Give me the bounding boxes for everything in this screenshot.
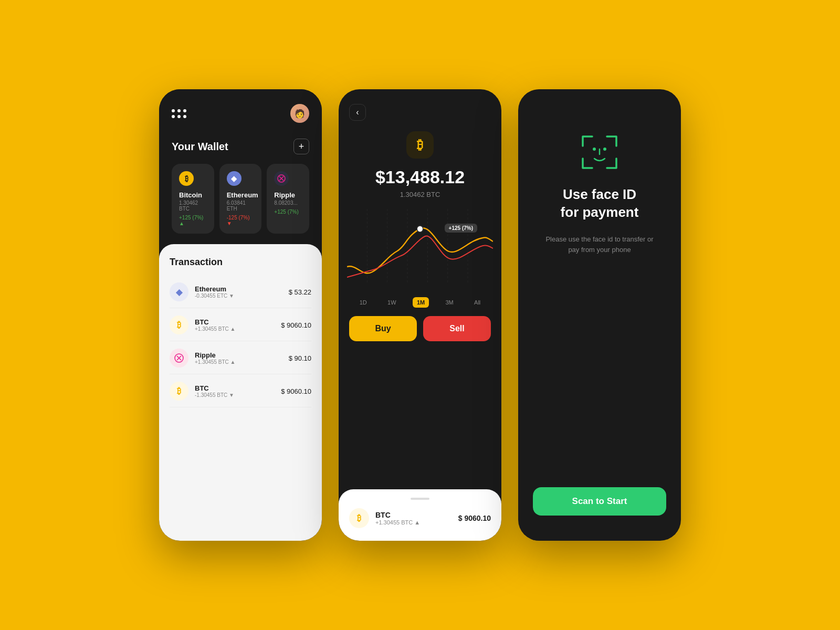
tx-ripple-icon [170,349,188,368]
tx-name: BTC [195,384,281,392]
sheet-tx-amount: $ 9060.10 [458,514,491,522]
tx-name: Ethereum [195,285,289,293]
tx-info: Ripple +1.30455 BTC ▲ [195,351,289,365]
buy-sell-row: Buy Sell [349,316,491,350]
wallet-title: Your Wallet [172,141,228,153]
face-id-icon [579,131,621,173]
face-id-svg [579,131,621,173]
phone-chart: ‹ ₿ $13,488.12 1.30462 BTC [339,89,501,541]
back-button[interactable]: ‹ [349,104,366,121]
bitcoin-card-amount: 1.30462 BTC [179,200,207,212]
btc-amount: 1.30462 BTC [349,191,491,198]
wallet-dark-section: 🧑 Your Wallet + ₿ Bitcoin 1.30462 BTC +1… [159,89,322,244]
tx-info: BTC -1.30455 BTC ▼ [195,384,281,398]
add-wallet-button[interactable]: + [293,139,309,154]
ripple-card-amount: 8.08203... [274,200,302,206]
tx-btc2-icon: ₿ [170,382,188,401]
ripple-card[interactable]: Ripple 8.08203... +125 (7%) [267,164,309,234]
buy-button[interactable]: Buy [349,316,417,341]
dot [183,109,186,112]
table-row[interactable]: ₿ BTC -1.30455 BTC ▼ $ 9060.10 [170,375,311,407]
tab-1m[interactable]: 1M [413,297,429,308]
face-id-content: Use face IDfor payment Please use the fa… [542,131,657,256]
tx-sub: +1.30455 BTC ▲ [195,326,281,332]
tab-1w[interactable]: 1W [383,297,401,308]
eth-card-name: Ethereum [227,191,255,199]
tx-name: BTC [195,318,281,326]
sheet-tx-name: BTC [375,511,458,519]
tx-eth-icon: ◆ [170,282,188,301]
tx-btc-icon: ₿ [170,316,188,334]
sheet-handle [411,498,429,500]
face-id-subtitle: Please use the face id to transfer or pa… [542,234,657,256]
bitcoin-card-change: +125 (7%) ▲ [179,215,207,226]
table-row[interactable]: ₿ BTC +1.30455 BTC ▲ $ 9060.10 [170,309,311,341]
table-row[interactable]: ◆ Ethereum -0.30455 ETC ▼ $ 53.22 [170,276,311,308]
wallet-header: 🧑 [172,104,309,123]
eth-card-amount: 6.03841 ETH [227,200,255,212]
sheet-btc-icon: ₿ [349,508,369,528]
phones-container: 🧑 Your Wallet + ₿ Bitcoin 1.30462 BTC +1… [159,89,681,541]
dot [172,109,175,112]
dot [177,115,181,118]
ripple-card-icon [274,171,289,186]
tx-amount: $ 9060.10 [281,387,311,395]
tx-info: BTC +1.30455 BTC ▲ [195,318,281,332]
sell-button[interactable]: Sell [423,316,491,341]
svg-point-8 [417,226,423,232]
sheet-tx-info: BTC +1.30455 BTC ▲ [375,511,458,526]
tx-amount: $ 9060.10 [281,321,311,329]
tx-amount: $ 53.22 [289,288,311,296]
dot [172,115,175,118]
dot [177,109,181,112]
table-row[interactable]: Ripple +1.30455 BTC ▲ $ 90.10 [170,342,311,374]
btc-price: $13,488.12 [349,167,491,187]
time-tabs: 1D 1W 1M 3M All [349,297,491,308]
tab-1d[interactable]: 1D [355,297,371,308]
eth-card-change: -125 (7%) ▼ [227,215,255,226]
bitcoin-card-name: Bitcoin [179,191,207,199]
phone-faceid: Use face IDfor payment Please use the fa… [518,89,681,541]
ethereum-card[interactable]: ◆ Ethereum 6.03841 ETH -125 (7%) ▼ [219,164,262,234]
transaction-list: ◆ Ethereum -0.30455 ETC ▼ $ 53.22 ₿ BTC … [170,276,311,407]
sheet-transaction-item: ₿ BTC +1.30455 BTC ▲ $ 9060.10 [349,508,491,528]
avatar[interactable]: 🧑 [290,104,309,123]
chart-section: ‹ ₿ $13,488.12 1.30462 BTC [339,89,501,489]
crypto-cards: ₿ Bitcoin 1.30462 BTC +125 (7%) ▲ ◆ Ethe… [172,164,309,234]
price-chart: +125 (7%) [347,209,493,293]
bitcoin-card-icon: ₿ [179,171,194,186]
tx-amount: $ 90.10 [289,354,311,362]
sheet-tx-sub: +1.30455 BTC ▲ [375,519,458,526]
transaction-title: Transaction [170,257,311,268]
eth-card-icon: ◆ [227,171,242,186]
menu-dots[interactable] [172,109,186,118]
bitcoin-card[interactable]: ₿ Bitcoin 1.30462 BTC +125 (7%) ▲ [172,164,214,234]
ripple-card-name: Ripple [274,191,302,199]
svg-point-9 [593,148,596,151]
dot [183,115,186,118]
chart-svg [347,209,493,293]
phone-wallet: 🧑 Your Wallet + ₿ Bitcoin 1.30462 BTC +1… [159,89,322,541]
tx-info: Ethereum -0.30455 ETC ▼ [195,285,289,299]
tx-sub: -1.30455 BTC ▼ [195,392,281,398]
transaction-section: Transaction ◆ Ethereum -0.30455 ETC ▼ $ … [159,244,322,541]
ripple-card-change: +125 (7%) [274,209,302,215]
face-id-title: Use face IDfor payment [561,186,639,222]
tab-3m[interactable]: 3M [441,297,457,308]
tx-sub: -0.30455 ETC ▼ [195,293,289,299]
scan-to-start-button[interactable]: Scan to Start [533,487,666,516]
tx-sub: +1.30455 BTC ▲ [195,359,289,365]
svg-point-10 [603,148,606,151]
btc-large-icon: ₿ [406,131,434,159]
tx-name: Ripple [195,351,289,359]
tab-all[interactable]: All [470,297,485,308]
bottom-sheet: ₿ BTC +1.30455 BTC ▲ $ 9060.10 [339,489,501,541]
chart-tooltip: +125 (7%) [445,224,477,233]
wallet-title-row: Your Wallet + [172,139,309,154]
